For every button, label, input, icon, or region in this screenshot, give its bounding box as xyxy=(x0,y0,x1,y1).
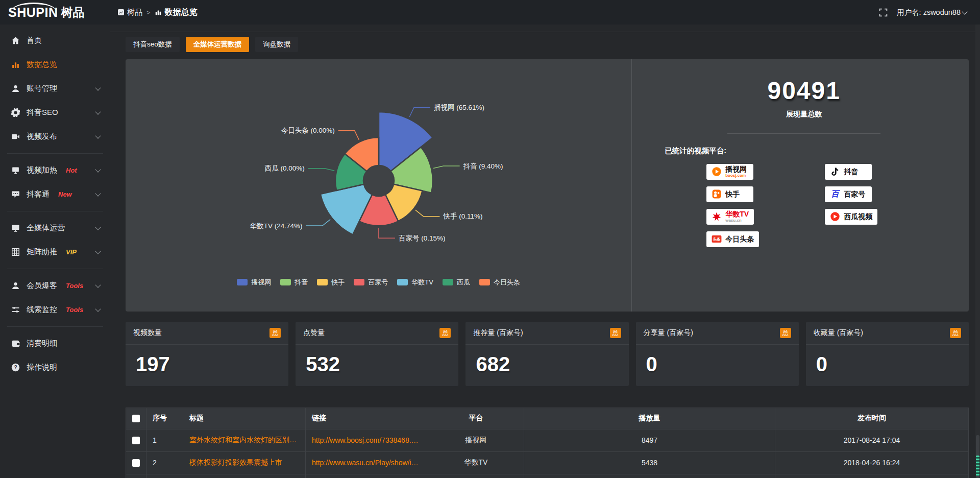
legend-label: 快手 xyxy=(331,278,345,287)
legend-item[interactable]: 抖音 xyxy=(280,278,308,287)
sidebar-item-badge: VIP xyxy=(66,248,77,256)
platforms-label: 已统计的视频平台: xyxy=(665,146,943,156)
platform-badge-xigua[interactable]: 西瓜视频 xyxy=(825,209,877,225)
scrollbar-marker xyxy=(976,456,979,476)
col-header-link: 链接 xyxy=(306,408,428,429)
cell-plays: 5438 xyxy=(524,451,775,474)
total-badge[interactable]: 总 xyxy=(780,328,791,338)
stat-card-header: 收藏量 (百家号)总 xyxy=(806,322,969,345)
sidebar-item-clue-monitor[interactable]: 线索监控Tools xyxy=(0,298,110,322)
sidebar-item-douyin-seo[interactable]: 抖音SEO xyxy=(0,101,110,125)
pie-slice[interactable] xyxy=(320,184,372,234)
person-icon xyxy=(11,281,20,290)
videos-table-head: 序号标题链接平台播放量发布时间 xyxy=(126,408,969,429)
total-badge[interactable]: 总 xyxy=(950,328,961,338)
logo-latin-text: SHUPIN xyxy=(8,6,58,19)
main-content: 抖音seo数据全媒体运营数据询盘数据 播视网 (65.61%)抖音 (9.40%… xyxy=(110,25,980,478)
pie-label: 播视网 (65.61%) xyxy=(434,104,484,111)
sidebar-item-douketong[interactable]: 抖客通New xyxy=(0,182,110,206)
sidebar-item-home[interactable]: 首页 xyxy=(0,29,110,53)
row-select-cell xyxy=(126,451,146,474)
header-right: 用户名: zswodun88 xyxy=(879,8,980,17)
platform-badge-boosj[interactable]: 播视网boosj.com xyxy=(706,164,753,180)
row-checkbox[interactable] xyxy=(132,437,140,444)
stat-card-header: 分享量 (百家号)总 xyxy=(636,322,799,345)
sidebar-item-label: 全媒体运营 xyxy=(27,223,65,233)
page-scrollbar[interactable] xyxy=(975,25,980,478)
platform-name: 百家号 xyxy=(844,190,865,198)
platform-badge-douyin[interactable]: 抖音 xyxy=(825,164,872,180)
pie-label-line xyxy=(415,210,439,217)
pie-label: 抖音 (9.40%) xyxy=(463,162,503,170)
legend-label: 今日头条 xyxy=(494,278,520,287)
stat-card-4: 收藏量 (百家号)总0 xyxy=(806,322,969,386)
wallet-icon xyxy=(11,339,20,348)
sidebar-item-label: 视频加热 xyxy=(27,165,57,175)
summary-panel: 90491 展现量总数 已统计的视频平台: 播视网boosj.com抖音快手百百… xyxy=(631,59,969,312)
table-row-partial xyxy=(126,474,969,478)
col-header-plays: 播放量 xyxy=(524,408,775,429)
total-badge[interactable]: 总 xyxy=(270,328,281,338)
legend-item[interactable]: 今日头条 xyxy=(479,278,520,287)
cell-no: 1 xyxy=(146,429,183,451)
stat-card-value: 682 xyxy=(465,345,628,376)
col-header-no: 序号 xyxy=(146,408,183,429)
total-badge[interactable]: 总 xyxy=(610,328,621,338)
select-all-checkbox[interactable] xyxy=(132,415,140,422)
tab-media-ops-data[interactable]: 全媒体运营数据 xyxy=(186,37,250,52)
home-icon xyxy=(11,36,20,45)
platform-badge-baijia[interactable]: 百百家号 xyxy=(825,186,872,202)
sidebar-item-matrix-boost[interactable]: 矩阵助推VIP xyxy=(0,240,110,264)
pie-label-line xyxy=(379,228,395,238)
legend-item[interactable]: 百家号 xyxy=(354,278,388,287)
monitor-icon xyxy=(11,224,20,232)
app-logo[interactable]: SHUPIN 树品 xyxy=(0,5,110,20)
stat-card-title: 收藏量 (百家号) xyxy=(814,328,863,338)
sidebar-item-label: 数据总览 xyxy=(27,60,57,69)
pie-label: 快手 (0.11%) xyxy=(443,212,482,220)
sidebar-item-member-burst[interactable]: 会员爆客Tools xyxy=(0,274,110,298)
platform-name: 西瓜视频 xyxy=(844,213,872,221)
cell-link[interactable]: http://www.wasu.cn/Play/show/id/952... xyxy=(306,451,428,474)
chart-icon xyxy=(11,60,20,69)
sidebar-item-label: 账号管理 xyxy=(27,84,57,93)
breadcrumb-root[interactable]: 树品 xyxy=(117,8,142,17)
sidebar-item-help[interactable]: ?操作说明 xyxy=(0,355,110,379)
sidebar-item-video-heat[interactable]: 视频加热Hot xyxy=(0,158,110,182)
sidebar-item-account[interactable]: 账号管理 xyxy=(0,77,110,101)
pie-label-line xyxy=(306,219,330,226)
cell-title[interactable]: 楼体投影灯投影效果震撼上市 xyxy=(183,451,306,474)
stat-card-value: 0 xyxy=(636,345,799,376)
legend-item[interactable]: 快手 xyxy=(317,278,345,287)
kuaishou-logo-icon xyxy=(712,189,722,199)
breadcrumb: 树品 > 数据总览 xyxy=(117,7,198,18)
sidebar-item-media-ops[interactable]: 全媒体运营 xyxy=(0,216,110,240)
pie-label: 百家号 (0.15%) xyxy=(399,234,446,242)
user-menu[interactable]: 用户名: zswodun88 xyxy=(897,8,967,17)
platform-badge-kuaishou[interactable]: 快手 xyxy=(706,186,753,202)
platform-badge-wasu[interactable]: 华数TVwasu.cn xyxy=(706,209,754,225)
sidebar-item-label: 消费明细 xyxy=(27,339,57,348)
cell-link[interactable]: http://www.boosj.com/7338468.html xyxy=(306,429,428,451)
col-header-time: 发布时间 xyxy=(775,408,969,429)
sidebar-item-video-publish[interactable]: 视频发布 xyxy=(0,125,110,149)
legend-item[interactable]: 播视网 xyxy=(237,278,271,287)
sidebar-item-consume-detail[interactable]: 消费明细 xyxy=(0,331,110,355)
sidebar-item-label: 抖音SEO xyxy=(27,108,58,117)
fullscreen-icon[interactable] xyxy=(879,8,888,17)
platform-badge-toutiao[interactable]: 头条今日头条 xyxy=(706,231,759,247)
sidebar-item-label: 会员爆客 xyxy=(27,281,57,291)
total-badge[interactable]: 总 xyxy=(439,328,451,338)
sidebar-item-data-overview[interactable]: 数据总览 xyxy=(0,53,110,77)
legend-item[interactable]: 华数TV xyxy=(397,278,433,287)
tab-douyin-seo-data[interactable]: 抖音seo数据 xyxy=(126,37,180,52)
page-title: 数据总览 xyxy=(165,7,198,18)
tab-inquiry-data[interactable]: 询盘数据 xyxy=(255,37,298,52)
pie-chart[interactable]: 播视网 (65.61%)抖音 (9.40%)快手 (0.11%)百家号 (0.1… xyxy=(200,77,557,282)
cell-title[interactable]: 室外水纹灯和室内水纹灯的区别和简介 xyxy=(183,429,306,451)
row-checkbox[interactable] xyxy=(132,459,140,467)
videos-table-body: 1室外水纹灯和室内水纹灯的区别和简介http://www.boosj.com/7… xyxy=(126,429,969,478)
stat-card-0: 视频数量总197 xyxy=(126,322,288,386)
chevron-down-icon xyxy=(95,282,101,288)
legend-item[interactable]: 西瓜 xyxy=(443,278,470,287)
